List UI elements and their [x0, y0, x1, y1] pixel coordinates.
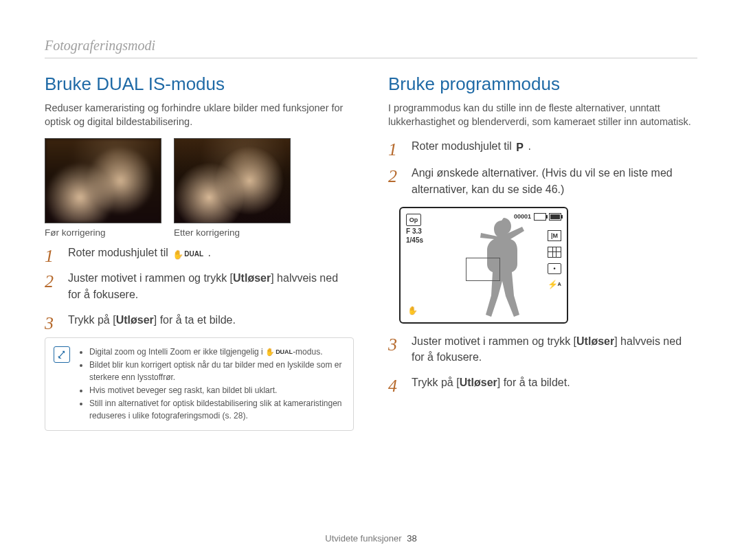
left-intro-text: Reduser kameraristing og forhindre uklar…	[45, 102, 354, 128]
manual-page: Fotograferingsmodi Bruke DUAL IS-modus R…	[0, 0, 742, 560]
flash-auto-icon: ⚡A	[548, 280, 561, 289]
left-steps-list: Roter modushjulet til ✋DUAL . Juster mot…	[45, 245, 354, 328]
hand-icon: ✋	[172, 250, 183, 259]
figure-row: Før korrigering Etter korrigering	[45, 138, 354, 238]
caption-before: Før korrigering	[45, 227, 161, 238]
dual-mode-icon-small: ✋DUAL	[265, 348, 293, 357]
photo-after-correction	[174, 138, 291, 223]
figure-after: Etter korrigering	[174, 138, 291, 238]
shutter-label: Utløser	[576, 335, 614, 347]
note-item-2: Bildet blir kun korrigert optisk når du …	[89, 359, 345, 383]
note-icon	[54, 346, 70, 363]
right-step-4: Trykk på [Utløser] for å ta bildet.	[388, 374, 697, 390]
shutter-label: Utløser	[233, 272, 271, 284]
right-section-title: Bruke programmodus	[388, 74, 697, 95]
right-step-3: Juster motivet i rammen og trykk [Utløse…	[388, 333, 697, 365]
note-box: Digital zoom og Intelli Zoom er ikke til…	[45, 337, 354, 431]
left-step-2: Juster motivet i rammen og trykk [Utløse…	[45, 270, 354, 302]
right-step-1: Roter modushjulet til P .	[388, 138, 697, 155]
battery-icon	[549, 213, 561, 221]
left-section-title: Bruke DUAL IS-modus	[45, 74, 354, 95]
right-intro-text: I programmodus kan du stille inn de fles…	[388, 102, 697, 128]
focus-frame	[466, 258, 500, 281]
note-item-4: Still inn alternativet for optisk bildes…	[89, 398, 345, 422]
left-step-3: Trykk på [Utløser] for å ta et bilde.	[45, 312, 354, 328]
note-list: Digital zoom og Intelli Zoom er ikke til…	[77, 345, 345, 423]
figure-before: Før korrigering	[45, 138, 161, 238]
left-column: Bruke DUAL IS-modus Reduser kameraristin…	[45, 74, 354, 431]
footer-section-label: Utvidete funksjoner	[325, 533, 401, 544]
shutter-label: Utløser	[460, 377, 497, 388]
breadcrumb: Fotograferingsmodi	[45, 38, 697, 54]
lcd-shutter-value: 1/45s	[406, 236, 423, 244]
page-footer: Utvidete funksjoner 38	[0, 533, 742, 544]
note-item-1: Digital zoom og Intelli Zoom er ikke til…	[89, 346, 345, 358]
resolution-icon: |M	[548, 230, 561, 241]
quality-icon	[548, 247, 561, 258]
left-step-1: Roter modushjulet til ✋DUAL .	[45, 245, 354, 260]
photo-before-correction	[45, 138, 161, 223]
lcd-top-left-info: Op F 3.3 1/45s	[406, 214, 423, 244]
note-item-3: Hvis motivet beveger seg raskt, kan bild…	[89, 385, 345, 396]
shutter-label: Utløser	[116, 314, 154, 326]
metering-icon: •	[548, 263, 561, 274]
lcd-aperture-value: F 3.3	[406, 227, 423, 235]
right-steps-list-cont: Juster motivet i rammen og trykk [Utløse…	[388, 333, 697, 391]
content-columns: Bruke DUAL IS-modus Reduser kameraristin…	[45, 74, 697, 431]
p-mode-icon: P	[516, 139, 524, 155]
caption-after: Etter korrigering	[174, 227, 291, 238]
stabilization-icon: ✋	[406, 304, 418, 317]
dual-mode-icon: ✋DUAL	[172, 249, 203, 260]
footer-page-number: 38	[407, 533, 416, 544]
right-steps-list: Roter modushjulet til P . Angi ønskede a…	[388, 138, 697, 197]
lcd-preview: Op F 3.3 1/45s 00001 |M • ⚡A	[399, 207, 568, 324]
lcd-right-icons: |M • ⚡A	[548, 230, 561, 289]
header-rule	[45, 58, 697, 58]
lcd-mode-badge: Op	[406, 214, 421, 226]
right-column: Bruke programmodus I programmodus kan du…	[388, 74, 697, 431]
right-step-2: Angi ønskede alternativer. (Hvis du vil …	[388, 165, 697, 197]
